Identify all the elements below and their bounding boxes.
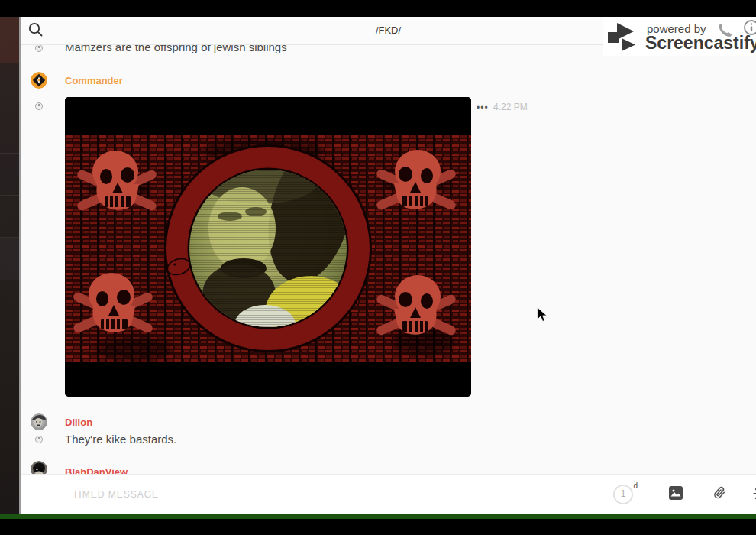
paperclip-icon — [711, 485, 728, 502]
phone-icon — [716, 21, 735, 40]
commander-avatar-icon — [31, 72, 47, 89]
screencastify-logo-icon — [606, 21, 648, 54]
posted-image — [65, 97, 471, 397]
loading-spinner[interactable] — [752, 485, 756, 502]
room-sidebar[interactable] — [0, 17, 21, 514]
timed-message-clock-icon — [35, 436, 43, 443]
top-black-bar — [0, 0, 756, 17]
timed-message-duration-badge[interactable]: 1 d — [613, 485, 633, 504]
room-avatar-placeholder[interactable] — [0, 238, 19, 280]
message-composer: 1 d — [21, 474, 756, 514]
spinner-icon — [752, 485, 756, 502]
timed-message-clock-icon — [35, 44, 43, 52]
message-options-button[interactable]: ••• — [477, 102, 489, 113]
attach-file-button[interactable] — [711, 485, 728, 502]
room-info-button[interactable] — [742, 18, 756, 37]
message-input[interactable] — [71, 484, 395, 505]
sender-name: Commander — [65, 75, 123, 86]
upload-image-button[interactable] — [668, 485, 685, 502]
dillon-avatar-icon — [31, 413, 47, 430]
green-bar — [0, 514, 756, 519]
room-avatar-placeholder[interactable] — [0, 17, 19, 63]
sender-name: Dillon — [65, 417, 92, 428]
info-circle-icon — [742, 18, 756, 37]
image-attachment[interactable] — [65, 97, 471, 397]
timer-unit: d — [633, 481, 638, 490]
timer-value: 1 — [615, 488, 632, 499]
message-timestamp: 4:22 PM — [493, 102, 528, 112]
image-icon — [668, 485, 683, 501]
avatar[interactable] — [31, 72, 47, 89]
message-list[interactable]: Mamzers are the offspring of jewish sibl… — [21, 44, 756, 474]
message-text: They're kike bastards. — [65, 433, 176, 446]
watermark-brand: Screencastify — [645, 33, 756, 54]
app-window: /FKD/ Mamzers are the offspring of jewis… — [0, 0, 756, 535]
timed-message-clock-icon — [35, 102, 43, 110]
voice-call-button[interactable] — [716, 21, 735, 40]
avatar[interactable] — [31, 413, 47, 430]
bottom-black-bar — [0, 519, 756, 535]
